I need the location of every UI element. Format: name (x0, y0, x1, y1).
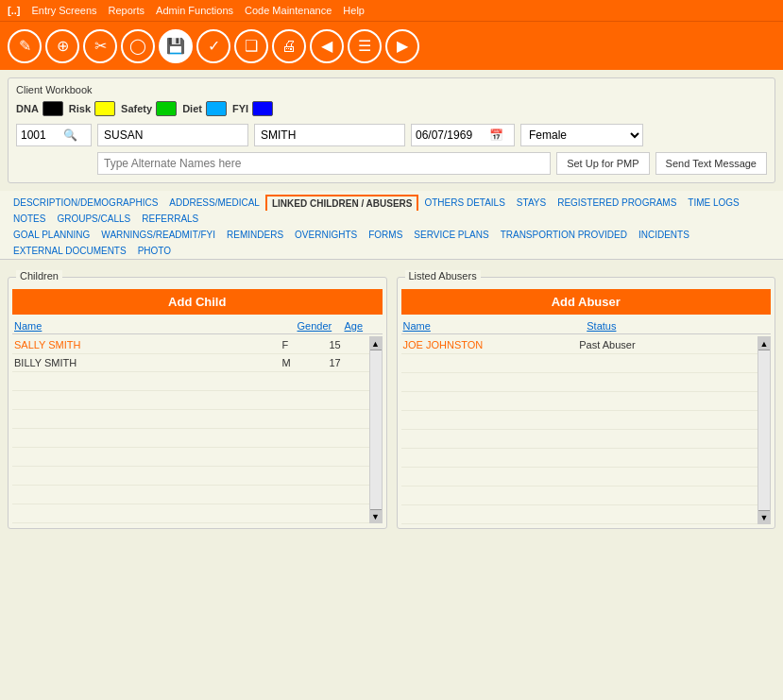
children-col-age[interactable]: Age (345, 320, 383, 332)
bracket-btn[interactable]: [..] (8, 5, 20, 16)
tab-goal-planning[interactable]: GOAL PLANNING (8, 227, 95, 243)
alt-names-input[interactable] (97, 152, 551, 175)
abusers-panel: Listed Abusers Add Abuser Name Status JO… (397, 277, 776, 529)
child-age-1: 15 (330, 339, 367, 350)
abuser-row-empty-8 (401, 487, 758, 505)
dob-input[interactable] (416, 128, 489, 142)
safety-badge[interactable]: Safety (121, 101, 177, 116)
forward-button[interactable]: ▶ (385, 29, 419, 63)
tab-overnights[interactable]: OVERNIGHTS (289, 227, 363, 243)
tab-warnings-readmit[interactable]: WARNINGS/READMIT/FYI (95, 227, 221, 243)
client-id-input[interactable] (21, 128, 63, 142)
cut-button[interactable]: ✂ (83, 29, 117, 63)
top-menu-bar: [..] Entry Screens Reports Admin Functio… (0, 0, 783, 21)
dna-badge[interactable]: DNA (16, 101, 63, 116)
nav-tab-row2: GOAL PLANNING WARNINGS/READMIT/FYI REMIN… (8, 227, 775, 259)
dna-color (43, 101, 63, 116)
child-name-2[interactable]: BILLY SMITH (14, 357, 282, 368)
safety-color (156, 101, 177, 116)
abuser-row-empty-7 (401, 468, 758, 487)
edit-button[interactable]: ✎ (8, 29, 42, 63)
tab-service-plans[interactable]: SERVICE PLANS (408, 227, 494, 243)
entry-screens-menu[interactable]: Entry Screens (31, 5, 96, 16)
child-age-2: 17 (330, 357, 367, 368)
client-id-box[interactable]: 🔍 (16, 124, 92, 146)
calendar-icon[interactable]: 📅 (489, 128, 503, 142)
reports-menu[interactable]: Reports (109, 5, 145, 16)
child-row-empty-6 (12, 467, 369, 486)
tab-forms[interactable]: FORMS (363, 227, 408, 243)
code-maintenance-menu[interactable]: Code Maintenance (245, 5, 332, 16)
nav-tab-row1: DESCRIPTION/DEMOGRAPHICS ADDRESS/MEDICAL… (8, 195, 775, 227)
children-scrollbar[interactable]: ▲ ▼ (369, 336, 383, 523)
scroll-down-arrow[interactable]: ▼ (370, 509, 382, 522)
bottom-area (0, 537, 783, 678)
tab-transportation[interactable]: TRANSPORTION PROVIDED (495, 227, 633, 243)
add-button[interactable]: ⊕ (45, 29, 79, 63)
abuser-row-1[interactable]: JOE JOHNSTON Past Abuser (401, 336, 758, 354)
tab-linked-children-abusers[interactable]: LINKED CHILDREN / ABUSERS (265, 195, 419, 211)
circle-button[interactable]: ◯ (121, 29, 155, 63)
tab-stays[interactable]: STAYS (511, 195, 552, 211)
save-button[interactable]: 💾 (159, 29, 193, 63)
menu-button[interactable]: ☰ (348, 29, 382, 63)
add-abuser-button[interactable]: Add Abuser (401, 289, 772, 315)
scroll-up-arrow[interactable]: ▲ (370, 337, 382, 350)
tab-incidents[interactable]: INCIDENTS (633, 227, 695, 243)
help-menu[interactable]: Help (343, 5, 365, 16)
tab-address-medical[interactable]: ADDRESS/MEDICAL (163, 195, 265, 211)
dob-wrap[interactable]: 📅 (411, 124, 515, 146)
tab-photo[interactable]: PHOTO (132, 243, 177, 259)
tab-registered-programs[interactable]: REGISTERED PROGRAMS (552, 195, 682, 211)
child-row-empty-8 (12, 504, 369, 523)
admin-functions-menu[interactable]: Admin Functions (156, 5, 233, 16)
gender-select[interactable]: Female Male (520, 124, 643, 146)
client-info-row: 🔍 📅 Female Male (16, 124, 767, 146)
copy-button[interactable]: ❑ (234, 29, 268, 63)
main-content: Children Add Child Name Gender Age SALLY… (0, 260, 783, 537)
child-row-empty-1 (12, 372, 369, 391)
nav-tabs: DESCRIPTION/DEMOGRAPHICS ADDRESS/MEDICAL… (0, 191, 783, 260)
children-panel-title: Children (16, 270, 62, 282)
abusers-col-status[interactable]: Status (587, 320, 771, 332)
check-button[interactable]: ✓ (196, 29, 230, 63)
set-pmp-button[interactable]: Set Up for PMP (556, 152, 649, 175)
last-name-input[interactable] (254, 124, 405, 146)
fyi-badge[interactable]: FYI (232, 101, 273, 116)
child-gender-1: F (282, 339, 330, 350)
abuser-name-1[interactable]: JOE JOHNSTON (403, 339, 580, 350)
tab-external-documents[interactable]: EXTERNAL DOCUMENTS (8, 243, 132, 259)
abuser-row-empty-4 (401, 411, 758, 430)
send-text-button[interactable]: Send Text Message (655, 152, 767, 175)
search-icon[interactable]: 🔍 (63, 128, 77, 142)
print-button[interactable]: 🖨 (272, 29, 306, 63)
abuser-scroll-down-arrow[interactable]: ▼ (758, 510, 770, 523)
abuser-row-empty-6 (401, 449, 758, 468)
add-child-button[interactable]: Add Child (12, 289, 383, 315)
tab-referrals[interactable]: REFERRALS (136, 211, 204, 227)
child-row-1[interactable]: SALLY SMITH F 15 (12, 336, 369, 354)
abuser-row-empty-3 (401, 392, 758, 411)
child-name-1[interactable]: SALLY SMITH (14, 339, 282, 350)
risk-color (94, 101, 115, 116)
safety-label: Safety (121, 103, 152, 114)
children-col-gender[interactable]: Gender (298, 320, 345, 332)
child-row-2[interactable]: BILLY SMITH M 17 (12, 354, 369, 372)
child-row-empty-3 (12, 410, 369, 429)
risk-badge[interactable]: Risk (69, 101, 115, 116)
tab-notes[interactable]: NOTES (8, 211, 51, 227)
abuser-row-empty-2 (401, 373, 758, 392)
abusers-col-name[interactable]: Name (401, 320, 587, 332)
tab-groups-calls[interactable]: GROUPS/CALLS (51, 211, 136, 227)
first-name-input[interactable] (97, 124, 248, 146)
diet-badge[interactable]: Diet (182, 101, 227, 116)
tab-description-demographics[interactable]: DESCRIPTION/DEMOGRAPHICS (8, 195, 163, 211)
back-button[interactable]: ◀ (310, 29, 344, 63)
abusers-scrollbar[interactable]: ▲ ▼ (757, 336, 771, 524)
children-col-name[interactable]: Name (12, 320, 298, 332)
tab-others-details[interactable]: OTHERS DETAILS (418, 195, 510, 211)
abuser-scroll-up-arrow[interactable]: ▲ (758, 337, 770, 350)
tab-time-logs[interactable]: TIME LOGS (682, 195, 744, 211)
client-info-row2: Set Up for PMP Send Text Message (16, 152, 767, 175)
tab-reminders[interactable]: REMINDERS (221, 227, 289, 243)
